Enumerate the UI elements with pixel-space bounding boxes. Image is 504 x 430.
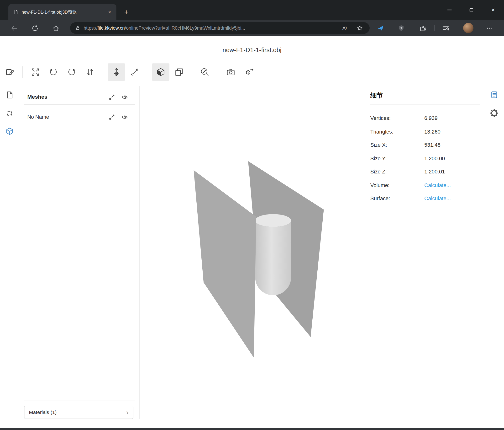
visibility-all-eye-icon[interactable] bbox=[121, 94, 128, 100]
tab-favicon-page-icon bbox=[13, 9, 18, 15]
screenshot-root: new-F1-D1-1-first.obj3D预览 × + × https://… bbox=[0, 0, 504, 430]
screenshot-button[interactable] bbox=[222, 63, 240, 81]
mesh-item-label: No Name bbox=[27, 114, 49, 120]
refresh-icon bbox=[31, 24, 38, 32]
fit-view-icon bbox=[31, 67, 40, 77]
url-path: /onlinePreview?url=aHR0cHM6Ly9maWxlLmtrd… bbox=[125, 25, 245, 31]
triangles-value: 13,260 bbox=[424, 129, 441, 135]
stacked-squares-icon bbox=[174, 67, 184, 77]
open-file-button[interactable] bbox=[1, 63, 18, 81]
profile-avatar[interactable] bbox=[463, 23, 473, 33]
rotate-ccw-icon bbox=[48, 67, 58, 77]
details-rows: Vertices: 6,939 Triangles: 13,260 Size X… bbox=[370, 105, 480, 205]
size-y-value: 1,200.00 bbox=[424, 155, 445, 161]
model-render bbox=[140, 86, 364, 419]
url-text: https://file.kkview.cn/onlinePreview?url… bbox=[83, 25, 245, 31]
refresh-button[interactable] bbox=[29, 22, 40, 34]
move-tool-button[interactable] bbox=[108, 63, 125, 81]
url-scheme: https:// bbox=[83, 25, 98, 31]
meshes-title: Meshes bbox=[27, 94, 47, 100]
model-viewport[interactable] bbox=[139, 86, 364, 419]
materials-button-label: Materials (1) bbox=[29, 410, 57, 415]
left-plane bbox=[194, 170, 256, 358]
detail-row-triangles: Triangles: 13,260 bbox=[370, 125, 480, 138]
vertices-value: 6,939 bbox=[424, 115, 438, 122]
open-file-icon bbox=[5, 67, 14, 77]
measure-magnifier-icon bbox=[200, 67, 209, 77]
tab-title: new-F1-D1-1-first.obj3D预览 bbox=[21, 9, 103, 15]
tab-close-icon[interactable]: × bbox=[106, 9, 113, 16]
extensions-button[interactable] bbox=[417, 22, 428, 34]
meshes-panel-header: Meshes bbox=[24, 90, 135, 105]
detail-row-volume: Volume: Calculate... bbox=[370, 178, 480, 192]
volume-calculate-link[interactable]: Calculate... bbox=[424, 182, 451, 188]
detail-row-size-z: Size Z: 1,200.01 bbox=[370, 165, 480, 178]
flip-vertical-button[interactable] bbox=[81, 63, 99, 81]
up-down-arrows-icon bbox=[85, 67, 95, 77]
detail-row-vertices: Vertices: 6,939 bbox=[370, 112, 480, 125]
cube-perspective-icon bbox=[156, 67, 165, 77]
chevron-right-icon: › bbox=[126, 409, 129, 416]
read-aloud-button[interactable]: A) bbox=[342, 25, 347, 31]
details-title: 细节 bbox=[370, 86, 480, 105]
shield-extension-button[interactable] bbox=[396, 22, 407, 34]
focus-mesh-icon[interactable] bbox=[108, 114, 115, 120]
window-controls: × bbox=[438, 0, 504, 20]
gear-icon bbox=[490, 109, 498, 117]
back-button[interactable] bbox=[8, 22, 19, 34]
details-panel-toggle[interactable] bbox=[488, 89, 500, 100]
kite-extension-button[interactable] bbox=[375, 22, 386, 34]
kite-extension-icon bbox=[377, 24, 384, 32]
mesh-list-item[interactable]: No Name bbox=[24, 110, 135, 124]
minimize-button[interactable] bbox=[438, 0, 460, 20]
lock-icon bbox=[75, 25, 81, 31]
toolbar-separator bbox=[22, 66, 23, 78]
viewer-settings-button[interactable] bbox=[488, 107, 500, 119]
browser-menu-button[interactable] bbox=[484, 22, 495, 34]
line-tool-icon bbox=[130, 67, 139, 77]
perspective-view-button[interactable] bbox=[152, 63, 170, 81]
browser-window: new-F1-D1-1-first.obj3D预览 × + × https://… bbox=[0, 0, 504, 430]
materials-divider bbox=[24, 401, 135, 401]
maximize-button[interactable] bbox=[460, 0, 482, 20]
shield-extension-icon bbox=[397, 24, 405, 32]
cylinder-body bbox=[255, 221, 291, 295]
page-title: new-F1-D1-1-first.obj bbox=[0, 46, 504, 54]
line-measure-button[interactable] bbox=[126, 63, 144, 81]
meshes-header-actions bbox=[108, 94, 135, 100]
sidebar-item-materials[interactable] bbox=[4, 108, 15, 119]
favorite-star-icon[interactable] bbox=[357, 25, 363, 31]
document-icon bbox=[6, 91, 14, 99]
navigation-bar: https://file.kkview.cn/onlinePreview?url… bbox=[0, 20, 504, 36]
focus-all-icon[interactable] bbox=[108, 94, 115, 100]
sidebar-item-info[interactable] bbox=[4, 89, 15, 101]
visibility-eye-icon[interactable] bbox=[121, 114, 128, 120]
materials-button[interactable]: Materials (1) › bbox=[24, 406, 133, 419]
details-list-icon bbox=[490, 91, 498, 99]
mesh-item-actions bbox=[108, 114, 135, 120]
orthographic-view-button[interactable] bbox=[170, 63, 188, 81]
new-tab-button[interactable]: + bbox=[121, 7, 131, 17]
address-bar[interactable]: https://file.kkview.cn/onlinePreview?url… bbox=[70, 22, 370, 34]
cylinder-cap bbox=[255, 214, 291, 227]
move-tool-icon bbox=[111, 67, 121, 77]
detail-row-size-x: Size X: 531.48 bbox=[370, 138, 480, 152]
maximize-icon bbox=[469, 8, 473, 12]
close-window-button[interactable]: × bbox=[482, 0, 504, 20]
rotate-cw-icon bbox=[67, 67, 76, 77]
address-bar-actions: A) bbox=[342, 25, 365, 31]
detail-row-size-y: Size Y: 1,200.00 bbox=[370, 152, 480, 165]
materials-swatch-icon bbox=[6, 109, 14, 118]
home-button[interactable] bbox=[50, 22, 61, 34]
puzzle-icon bbox=[419, 24, 426, 32]
favorites-bar-button[interactable] bbox=[440, 22, 451, 34]
browser-tab[interactable]: new-F1-D1-1-first.obj3D预览 × bbox=[8, 4, 117, 20]
fit-view-button[interactable] bbox=[27, 63, 44, 81]
export-button[interactable] bbox=[241, 63, 258, 81]
sidebar-item-model[interactable] bbox=[4, 125, 15, 137]
rotate-z-button[interactable] bbox=[63, 63, 81, 81]
titlebar: new-F1-D1-1-first.obj3D预览 × + × bbox=[0, 0, 504, 20]
rotate-x-button[interactable] bbox=[45, 63, 62, 81]
measure-button[interactable] bbox=[196, 63, 214, 81]
surface-calculate-link[interactable]: Calculate... bbox=[424, 196, 451, 202]
